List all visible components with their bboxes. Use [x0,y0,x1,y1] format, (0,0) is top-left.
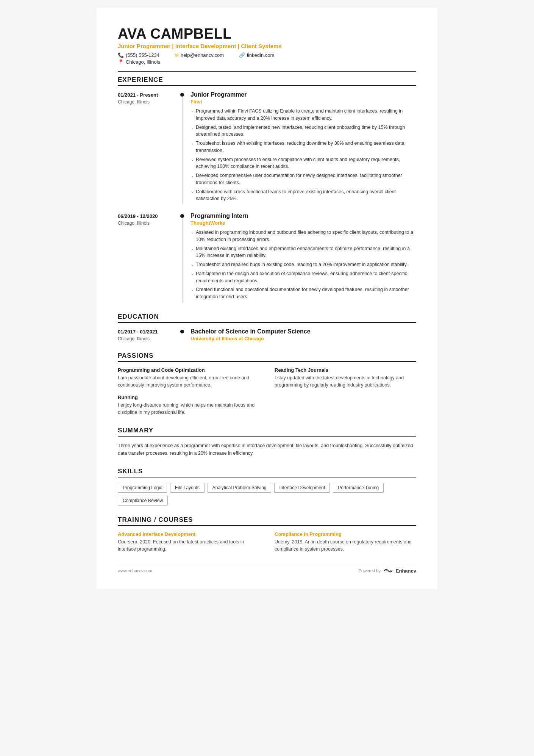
bullet-0-1: Designed, tested, and implemented new in… [190,124,416,138]
bullet-0-5: Collaborated with cross-functional teams… [190,188,416,203]
passion-title-1: Reading Tech Journals [275,367,416,373]
candidate-name: AVA CAMPBELL [118,26,416,42]
bullet-1-4: Created functional and operational docum… [190,286,416,301]
exp-date-location-1: 06/2019 - 12/2020 Chicago, Illinois [118,213,178,302]
edu-location-0: Chicago, Illinois [118,336,178,341]
training-title: TRAINING / COURSES [118,516,416,526]
bullet-1-0: Assisted in programming inbound and outb… [190,229,416,243]
phone-value: (555) 555-1234 [126,52,159,58]
experience-item-0: 01/2021 - Present Chicago, Illinois Juni… [118,91,416,204]
skill-2: Analytical Problem-Solving [208,483,272,493]
linkedin-contact: 🔗 linkedin.com [239,52,274,58]
edu-dot-0 [180,330,184,333]
exp-role-1: Programming Intern [190,213,416,219]
enhancv-logo-icon [383,567,393,574]
education-section: EDUCATION 01/2017 - 01/2021 Chicago, Ill… [118,313,416,341]
skills-container: Programming Logic File Layouts Analytica… [118,483,416,506]
edu-content-0: Bachelor of Science in Computer Science … [186,328,416,341]
exp-timeline-0 [178,91,186,204]
exp-company-0: Finvi [190,99,416,105]
footer-powered-by: Powered by Enhancv [359,567,416,574]
resume-page: AVA CAMPBELL Junior Programmer | Interfa… [97,8,437,589]
exp-dot-1 [180,214,184,218]
link-icon: 🔗 [239,52,245,58]
education-item-0: 01/2017 - 01/2021 Chicago, Illinois Bach… [118,328,416,341]
skills-section: SKILLS Programming Logic File Layouts An… [118,468,416,506]
edu-date-location-0: 01/2017 - 01/2021 Chicago, Illinois [118,328,178,341]
linkedin-value: linkedin.com [247,52,274,58]
summary-title: SUMMARY [118,427,416,437]
bullet-0-0: Programmed within Finvi FACS utilizing E… [190,108,416,122]
skill-3: Interface Development [274,483,330,493]
bullet-1-3: Participated in the design and execution… [190,270,416,285]
exp-line-1 [182,219,183,302]
summary-section: SUMMARY Three years of experience as a p… [118,427,416,457]
passion-title-2: Running [118,394,259,400]
header-divider [118,71,416,72]
phone-contact: 📞 (555) 555-1234 [118,52,159,58]
exp-date-1: 06/2019 - 12/2020 [118,213,178,219]
exp-location-1: Chicago, Illinois [118,221,178,226]
powered-by-label: Powered by [359,568,381,573]
email-value: help@enhancv.com [181,52,224,58]
skills-title: SKILLS [118,468,416,477]
passions-grid: Programming and Code Optimization I am p… [118,367,416,416]
edu-timeline-0 [178,328,186,341]
exp-date-0: 01/2021 - Present [118,91,178,98]
passion-title-0: Programming and Code Optimization [118,367,259,373]
passion-desc-1: I stay updated with the latest developme… [275,374,416,389]
bullet-1-2: Troubleshot and repaired bugs in existin… [190,261,416,268]
exp-company-1: ThoughtWorks [190,220,416,226]
education-title: EDUCATION [118,313,416,323]
skill-5: Compliance Review [118,496,168,506]
footer-url: www.enhancv.com [118,568,152,573]
location-value: Chicago, Illinois [126,59,160,65]
exp-role-0: Junior Programmer [190,91,416,98]
enhancv-brand: Enhancv [396,568,416,574]
experience-title: EXPERIENCE [118,76,416,86]
training-title-1: Compliance in Programming [275,531,416,537]
summary-text: Three years of experience as a programme… [118,442,416,457]
passions-title: PASSIONS [118,352,416,362]
resume-header: AVA CAMPBELL Junior Programmer | Interfa… [118,26,416,65]
email-icon: ✉ [175,52,179,58]
exp-line-0 [182,97,183,204]
exp-timeline-1 [178,213,186,302]
passion-item-0: Programming and Code Optimization I am p… [118,367,259,389]
passions-section: PASSIONS Programming and Code Optimizati… [118,352,416,416]
exp-bullets-1: Assisted in programming inbound and outb… [190,229,416,301]
edu-date-0: 01/2017 - 01/2021 [118,328,178,335]
location-icon: 📍 [118,59,124,65]
passion-desc-2: I enjoy long-distance running, which hel… [118,402,259,416]
exp-content-1: Programming Intern ThoughtWorks Assisted… [186,213,416,302]
skill-0: Programming Logic [118,483,167,493]
experience-item-1: 06/2019 - 12/2020 Chicago, Illinois Prog… [118,213,416,302]
candidate-title: Junior Programmer | Interface Developmen… [118,43,416,49]
bullet-0-4: Developed comprehensive user documentati… [190,172,416,186]
contact-row: 📞 (555) 555-1234 ✉ help@enhancv.com 🔗 li… [118,52,416,58]
bullet-1-1: Maintained existing interfaces and imple… [190,245,416,260]
training-desc-0: Coursera, 2020. Focused on the latest pr… [118,538,259,553]
exp-dot-0 [180,93,184,97]
exp-location-0: Chicago, Illinois [118,99,178,105]
experience-section: EXPERIENCE 01/2021 - Present Chicago, Il… [118,76,416,302]
phone-icon: 📞 [118,52,124,58]
bullet-0-3: Reviewed system processes to ensure comp… [190,156,416,171]
skill-1: File Layouts [170,483,205,493]
training-item-0: Advanced Interface Development Coursera,… [118,531,259,553]
exp-bullets-0: Programmed within Finvi FACS utilizing E… [190,108,416,202]
page-footer: www.enhancv.com Powered by Enhancv [118,564,416,574]
passion-desc-0: I am passionate about developing efficie… [118,374,259,389]
location-row: 📍 Chicago, Illinois [118,59,416,65]
training-grid: Advanced Interface Development Coursera,… [118,531,416,553]
skill-4: Performance Tuning [333,483,384,493]
edu-school-0: University of Illinois at Chicago [190,336,416,341]
passion-item-2: Running I enjoy long-distance running, w… [118,394,259,416]
passion-item-1: Reading Tech Journals I stay updated wit… [275,367,416,389]
email-contact: ✉ help@enhancv.com [175,52,224,58]
bullet-0-2: Troubleshot issues with existing interfa… [190,140,416,154]
edu-degree-0: Bachelor of Science in Computer Science [190,328,416,335]
training-item-1: Compliance in Programming Udemy, 2019. A… [275,531,416,553]
training-desc-1: Udemy, 2019. An in-depth course on regul… [275,538,416,553]
exp-content-0: Junior Programmer Finvi Programmed withi… [186,91,416,204]
